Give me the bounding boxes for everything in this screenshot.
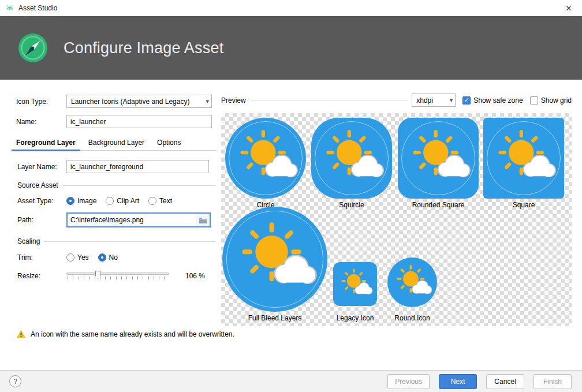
preview-divider (251, 100, 408, 100)
preview-header: Preview xhdpi ▾ ✓ Show safe zone Show gr… (221, 94, 572, 107)
radio-trim-no-dot (98, 253, 106, 262)
dialog-footer: ? Previous Next Cancel Finish (0, 370, 582, 392)
slider-track[interactable] (66, 272, 169, 275)
layer-name-input[interactable] (67, 160, 208, 173)
warning-text: An icon with the same name already exist… (31, 330, 234, 338)
layer-tabs: Foreground Layer Background Layer Option… (12, 136, 217, 151)
radio-clip-art[interactable]: Clip Art (106, 197, 139, 205)
footer-buttons: Previous Next Cancel Finish (387, 374, 572, 389)
density-value: xhdpi (416, 96, 433, 104)
radio-text[interactable]: Text (148, 197, 172, 205)
radio-trim-yes-label: Yes (77, 253, 89, 262)
radio-image-dot (66, 197, 74, 205)
chevron-down-icon: ▾ (450, 96, 453, 103)
page-title: Configure Image Asset (64, 39, 223, 57)
radio-trim-no[interactable]: No (98, 253, 118, 262)
preview-icon-rounded-square (398, 118, 479, 199)
android-icon (5, 3, 14, 13)
preview-label-full-bleed: Full Bleed Layers (222, 314, 327, 322)
section-divider (63, 185, 215, 186)
path-row: Path: (17, 212, 211, 227)
title-bar: Asset Studio ✕ (0, 0, 582, 16)
dialog-header: Configure Image Asset (0, 16, 582, 80)
radio-clip-art-label: Clip Art (117, 197, 139, 205)
tab-options[interactable]: Options (152, 136, 185, 150)
show-grid-label: Show grid (541, 96, 572, 104)
radio-clip-art-dot (106, 197, 114, 205)
warning-icon (16, 330, 26, 338)
source-asset-heading: Source Asset (17, 181, 58, 189)
name-input[interactable] (67, 115, 211, 128)
radio-trim-no-label: No (109, 253, 118, 262)
layer-name-field-wrap (66, 160, 209, 173)
preview-icon-legacy (333, 262, 377, 306)
trim-row: Trim: Yes No (17, 253, 127, 262)
name-field-wrap (66, 115, 212, 128)
preview-icon-squircle (311, 118, 392, 199)
icon-type-label: Icon Type: (16, 98, 66, 106)
path-label: Path: (17, 216, 66, 224)
name-row: Name: (16, 115, 212, 128)
help-button[interactable]: ? (9, 375, 21, 387)
radio-trim-yes-dot (66, 253, 74, 262)
preview-icon-full-bleed (222, 207, 327, 312)
radio-text-label: Text (159, 197, 172, 205)
resize-label: Resize: (17, 272, 66, 280)
icon-type-row: Icon Type: Launcher Icons (Adaptive and … (16, 95, 212, 108)
source-asset-section: Source Asset (17, 181, 215, 189)
radio-image-label: Image (77, 197, 96, 205)
tab-background-layer[interactable]: Background Layer (84, 136, 149, 150)
previous-button[interactable]: Previous (387, 374, 430, 389)
scaling-section: Scaling (17, 237, 215, 245)
icon-type-combobox[interactable]: Launcher Icons (Adaptive and Legacy) ▾ (66, 95, 212, 108)
tab-foreground-layer[interactable]: Foreground Layer (12, 136, 80, 150)
next-button[interactable]: Next (439, 374, 477, 389)
density-combobox[interactable]: xhdpi ▾ (412, 94, 456, 107)
preview-icon-square (483, 118, 564, 199)
scaling-heading: Scaling (17, 237, 40, 245)
dialog-content: Icon Type: Launcher Icons (Adaptive and … (0, 80, 582, 370)
preview-label-round: Round Icon (384, 314, 441, 322)
preview-icon-circle (225, 118, 306, 199)
android-studio-logo (17, 32, 48, 64)
finish-button[interactable]: Finish (534, 374, 572, 389)
checkbox-unchecked-icon (530, 96, 538, 104)
warning-message: An icon with the same name already exist… (16, 330, 234, 338)
folder-icon (199, 216, 207, 224)
radio-trim-yes[interactable]: Yes (66, 253, 89, 262)
preview-label-rounded-square: Rounded Square (398, 201, 479, 209)
asset-type-row: Asset Type: Image Clip Art Text (17, 197, 181, 205)
preview-label: Preview (221, 96, 246, 104)
cancel-button[interactable]: Cancel (486, 374, 524, 389)
section-divider (44, 241, 215, 242)
layer-name-row: Layer Name: (17, 160, 209, 173)
path-input[interactable] (68, 214, 196, 226)
asset-type-label: Asset Type: (17, 197, 66, 205)
browse-folder-button[interactable] (196, 214, 210, 226)
close-button[interactable]: ✕ (555, 0, 582, 16)
show-safe-zone-label: Show safe zone (473, 96, 523, 104)
name-label: Name: (16, 118, 66, 126)
show-grid-checkbox[interactable]: Show grid (530, 96, 572, 104)
layer-name-label: Layer Name: (17, 163, 66, 171)
radio-text-dot (148, 197, 156, 205)
preview-label-squircle: Squircle (311, 201, 392, 209)
preview-label-square: Square (483, 201, 564, 209)
preview-canvas: Circle Squircle Rounded Square Square Fu… (221, 113, 572, 326)
icon-type-value: Launcher Icons (Adaptive and Legacy) (71, 98, 189, 106)
resize-value: 106 % (185, 272, 205, 280)
path-field-wrap (66, 212, 211, 227)
slider-ticks (68, 277, 169, 279)
resize-row: Resize: 106 % (17, 270, 205, 282)
show-safe-zone-checkbox[interactable]: ✓ Show safe zone (462, 96, 523, 104)
resize-slider[interactable] (66, 270, 169, 282)
trim-label: Trim: (17, 253, 66, 262)
window-title: Asset Studio (18, 4, 57, 12)
preview-icon-round (387, 257, 437, 307)
chevron-down-icon: ▾ (206, 97, 209, 104)
checkbox-checked-icon: ✓ (462, 96, 471, 104)
preview-label-legacy: Legacy Icon (326, 314, 384, 322)
radio-image[interactable]: Image (66, 197, 96, 205)
